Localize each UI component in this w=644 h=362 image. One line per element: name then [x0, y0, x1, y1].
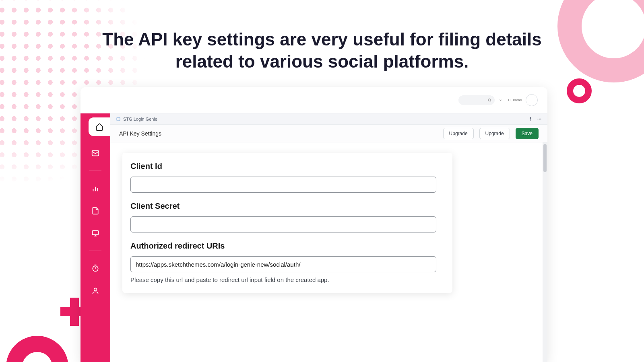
settings-card: Client Id Client Secret Authorized redir…	[122, 153, 452, 293]
client-secret-input[interactable]	[130, 216, 436, 232]
svg-line-1	[490, 101, 491, 101]
more-icon[interactable]	[537, 117, 542, 121]
page-headline: The API key settings are very useful for…	[101, 0, 543, 72]
sidebar	[80, 113, 110, 362]
sidebar-item-mail[interactable]	[90, 148, 101, 158]
greeting-text: Hi, Bread	[508, 98, 522, 102]
sidebar-item-analytics[interactable]	[90, 183, 101, 193]
redirect-uri-help: Please copy this url and paste to redire…	[130, 276, 444, 283]
svg-point-12	[94, 288, 97, 291]
upgrade-button[interactable]: Upgrade	[479, 128, 510, 139]
chevron-down-icon[interactable]	[499, 98, 503, 102]
svg-point-16	[541, 119, 541, 119]
upgrade-button-small[interactable]: Upgrade	[443, 128, 474, 139]
top-bar: Hi, Bread	[80, 87, 547, 113]
breadcrumb-app-name: STG Login Genie	[123, 117, 157, 121]
search-icon	[487, 98, 491, 102]
form-panel: Client Id Client Secret Authorized redir…	[110, 142, 547, 362]
svg-rect-6	[93, 230, 99, 234]
sidebar-divider	[89, 251, 101, 251]
redirect-uri-input[interactable]	[130, 256, 436, 272]
stopwatch-icon	[91, 264, 99, 272]
sidebar-item-user[interactable]	[90, 286, 101, 296]
scrollbar[interactable]	[543, 142, 547, 362]
sidebar-item-desktop[interactable]	[90, 228, 101, 239]
monitor-icon	[91, 229, 99, 237]
svg-point-0	[488, 99, 490, 101]
pin-icon[interactable]	[528, 117, 533, 121]
save-button[interactable]: Save	[516, 128, 539, 139]
decorative-ring-large	[557, 0, 644, 82]
file-icon	[91, 207, 99, 215]
mail-icon	[91, 149, 100, 158]
client-id-input[interactable]	[130, 177, 436, 193]
svg-point-14	[538, 119, 539, 119]
avatar[interactable]	[526, 94, 538, 106]
svg-point-15	[539, 119, 540, 119]
bar-chart-icon	[91, 184, 100, 193]
redirect-uri-label: Authorized redirect URIs	[130, 241, 444, 251]
decorative-ring-small	[567, 78, 592, 103]
home-icon	[95, 123, 103, 131]
app-icon	[116, 117, 121, 121]
sidebar-item-files[interactable]	[90, 206, 101, 216]
user-icon	[91, 287, 99, 295]
search-input[interactable]	[458, 95, 495, 105]
app-window: Hi, Bread STG Lo	[80, 87, 547, 362]
svg-rect-13	[117, 117, 120, 121]
client-secret-label: Client Secret	[130, 202, 444, 211]
client-id-label: Client Id	[130, 162, 444, 171]
section-header: API Key Settings Upgrade Upgrade Save	[110, 125, 547, 142]
svg-point-9	[93, 266, 98, 271]
sidebar-item-timer[interactable]	[90, 263, 101, 274]
content-area: STG Login Genie API Key Settings Upgrade…	[110, 113, 547, 362]
breadcrumb: STG Login Genie	[110, 113, 547, 125]
section-title: API Key Settings	[119, 130, 161, 137]
sidebar-item-home[interactable]	[89, 117, 110, 136]
decorative-ring-bottom	[6, 336, 68, 362]
sidebar-divider	[89, 171, 101, 171]
